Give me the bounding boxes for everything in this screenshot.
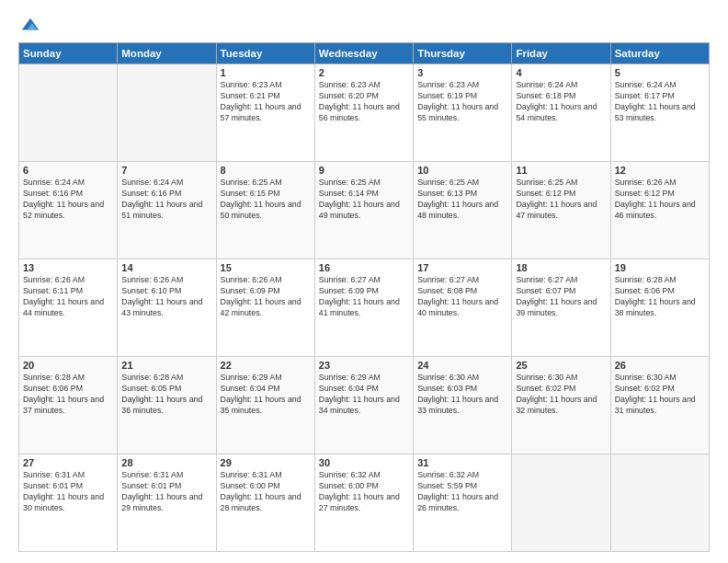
weekday-header-row: SundayMondayTuesdayWednesdayThursdayFrid… [19,43,710,64]
calendar-cell: 3Sunrise: 6:23 AM Sunset: 6:19 PM Daylig… [414,64,512,162]
calendar-cell: 6Sunrise: 6:24 AM Sunset: 6:16 PM Daylig… [19,162,118,259]
day-number: 3 [417,67,507,78]
day-number: 31 [417,457,507,468]
calendar-cell: 25Sunrise: 6:30 AM Sunset: 6:02 PM Dayli… [512,357,610,454]
calendar-cell: 28Sunrise: 6:31 AM Sunset: 6:01 PM Dayli… [118,454,216,552]
calendar-week-row: 27Sunrise: 6:31 AM Sunset: 6:01 PM Dayli… [19,454,710,552]
day-number: 11 [516,165,606,176]
day-number: 4 [516,67,606,78]
weekday-header-thursday: Thursday [414,43,512,64]
day-number: 10 [417,165,507,176]
day-number: 16 [319,262,409,273]
day-number: 14 [121,262,211,273]
day-info: Sunrise: 6:27 AM Sunset: 6:08 PM Dayligh… [417,275,507,319]
day-info: Sunrise: 6:24 AM Sunset: 6:17 PM Dayligh… [615,80,705,124]
calendar-cell: 26Sunrise: 6:30 AM Sunset: 6:02 PM Dayli… [610,357,709,454]
day-number: 7 [121,165,211,176]
day-number: 9 [319,165,409,176]
day-info: Sunrise: 6:23 AM Sunset: 6:21 PM Dayligh… [221,80,311,124]
day-info: Sunrise: 6:32 AM Sunset: 5:59 PM Dayligh… [417,470,507,514]
calendar-cell: 23Sunrise: 6:29 AM Sunset: 6:04 PM Dayli… [314,357,413,454]
day-info: Sunrise: 6:28 AM Sunset: 6:06 PM Dayligh… [615,275,705,319]
day-info: Sunrise: 6:26 AM Sunset: 6:11 PM Dayligh… [23,275,113,319]
day-info: Sunrise: 6:25 AM Sunset: 6:14 PM Dayligh… [319,178,409,222]
calendar-cell: 8Sunrise: 6:25 AM Sunset: 6:15 PM Daylig… [216,162,314,259]
day-info: Sunrise: 6:28 AM Sunset: 6:06 PM Dayligh… [23,373,113,417]
day-info: Sunrise: 6:23 AM Sunset: 6:20 PM Dayligh… [319,80,409,124]
day-number: 30 [319,457,409,468]
day-number: 18 [516,262,606,273]
day-info: Sunrise: 6:24 AM Sunset: 6:16 PM Dayligh… [121,178,211,222]
day-number: 24 [417,360,507,371]
calendar-week-row: 20Sunrise: 6:28 AM Sunset: 6:06 PM Dayli… [19,357,710,454]
day-number: 8 [221,165,311,176]
day-number: 22 [221,360,311,371]
calendar-cell: 12Sunrise: 6:26 AM Sunset: 6:12 PM Dayli… [610,162,709,259]
calendar-cell: 4Sunrise: 6:24 AM Sunset: 6:18 PM Daylig… [512,64,610,162]
day-number: 12 [615,165,705,176]
day-number: 17 [417,262,507,273]
day-info: Sunrise: 6:30 AM Sunset: 6:03 PM Dayligh… [417,373,507,417]
calendar-cell: 1Sunrise: 6:23 AM Sunset: 6:21 PM Daylig… [216,64,314,162]
calendar-week-row: 6Sunrise: 6:24 AM Sunset: 6:16 PM Daylig… [19,162,710,259]
calendar-cell: 11Sunrise: 6:25 AM Sunset: 6:12 PM Dayli… [512,162,610,259]
day-info: Sunrise: 6:31 AM Sunset: 6:01 PM Dayligh… [23,470,113,514]
weekday-header-tuesday: Tuesday [216,43,314,64]
calendar-cell [512,454,610,552]
calendar-cell: 5Sunrise: 6:24 AM Sunset: 6:17 PM Daylig… [610,64,709,162]
calendar-cell: 7Sunrise: 6:24 AM Sunset: 6:16 PM Daylig… [118,162,216,259]
day-info: Sunrise: 6:26 AM Sunset: 6:09 PM Dayligh… [221,275,311,319]
day-info: Sunrise: 6:27 AM Sunset: 6:07 PM Dayligh… [516,275,606,319]
calendar-cell: 15Sunrise: 6:26 AM Sunset: 6:09 PM Dayli… [216,259,314,357]
calendar-cell: 16Sunrise: 6:27 AM Sunset: 6:09 PM Dayli… [314,259,413,357]
day-info: Sunrise: 6:27 AM Sunset: 6:09 PM Dayligh… [319,275,409,319]
calendar-page: SundayMondayTuesdayWednesdayThursdayFrid… [0,0,728,563]
day-info: Sunrise: 6:24 AM Sunset: 6:18 PM Dayligh… [516,80,606,124]
day-info: Sunrise: 6:24 AM Sunset: 6:16 PM Dayligh… [23,178,113,222]
day-number: 6 [23,165,113,176]
weekday-header-wednesday: Wednesday [314,43,413,64]
calendar-cell: 17Sunrise: 6:27 AM Sunset: 6:08 PM Dayli… [414,259,512,357]
day-number: 23 [319,360,409,371]
calendar-cell: 10Sunrise: 6:25 AM Sunset: 6:13 PM Dayli… [414,162,512,259]
day-number: 15 [221,262,311,273]
calendar-cell: 13Sunrise: 6:26 AM Sunset: 6:11 PM Dayli… [19,259,118,357]
calendar-cell: 18Sunrise: 6:27 AM Sunset: 6:07 PM Dayli… [512,259,610,357]
day-number: 25 [516,360,606,371]
calendar-cell: 20Sunrise: 6:28 AM Sunset: 6:06 PM Dayli… [19,357,118,454]
day-number: 27 [23,457,113,468]
calendar-table: SundayMondayTuesdayWednesdayThursdayFrid… [18,42,710,552]
calendar-cell [610,454,709,552]
day-number: 28 [121,457,211,468]
day-number: 1 [221,67,311,78]
header [18,15,710,33]
weekday-header-friday: Friday [512,43,610,64]
calendar-cell: 31Sunrise: 6:32 AM Sunset: 5:59 PM Dayli… [414,454,512,552]
calendar-week-row: 13Sunrise: 6:26 AM Sunset: 6:11 PM Dayli… [19,259,710,357]
day-number: 29 [221,457,311,468]
day-number: 5 [615,67,705,78]
day-number: 13 [23,262,113,273]
calendar-cell: 19Sunrise: 6:28 AM Sunset: 6:06 PM Dayli… [610,259,709,357]
calendar-cell: 22Sunrise: 6:29 AM Sunset: 6:04 PM Dayli… [216,357,314,454]
day-info: Sunrise: 6:32 AM Sunset: 6:00 PM Dayligh… [319,470,409,514]
day-number: 2 [319,67,409,78]
calendar-week-row: 1Sunrise: 6:23 AM Sunset: 6:21 PM Daylig… [19,64,710,162]
calendar-cell: 21Sunrise: 6:28 AM Sunset: 6:05 PM Dayli… [118,357,216,454]
logo [18,15,40,33]
weekday-header-monday: Monday [118,43,216,64]
day-info: Sunrise: 6:29 AM Sunset: 6:04 PM Dayligh… [319,373,409,417]
day-number: 21 [121,360,211,371]
day-number: 19 [615,262,705,273]
calendar-cell: 24Sunrise: 6:30 AM Sunset: 6:03 PM Dayli… [414,357,512,454]
calendar-cell: 9Sunrise: 6:25 AM Sunset: 6:14 PM Daylig… [314,162,413,259]
day-info: Sunrise: 6:30 AM Sunset: 6:02 PM Dayligh… [516,373,606,417]
calendar-cell [118,64,216,162]
logo-icon [20,15,40,35]
day-info: Sunrise: 6:28 AM Sunset: 6:05 PM Dayligh… [121,373,211,417]
day-info: Sunrise: 6:30 AM Sunset: 6:02 PM Dayligh… [615,373,705,417]
calendar-cell [19,64,118,162]
calendar-cell: 14Sunrise: 6:26 AM Sunset: 6:10 PM Dayli… [118,259,216,357]
day-info: Sunrise: 6:31 AM Sunset: 6:01 PM Dayligh… [121,470,211,514]
day-info: Sunrise: 6:26 AM Sunset: 6:10 PM Dayligh… [121,275,211,319]
